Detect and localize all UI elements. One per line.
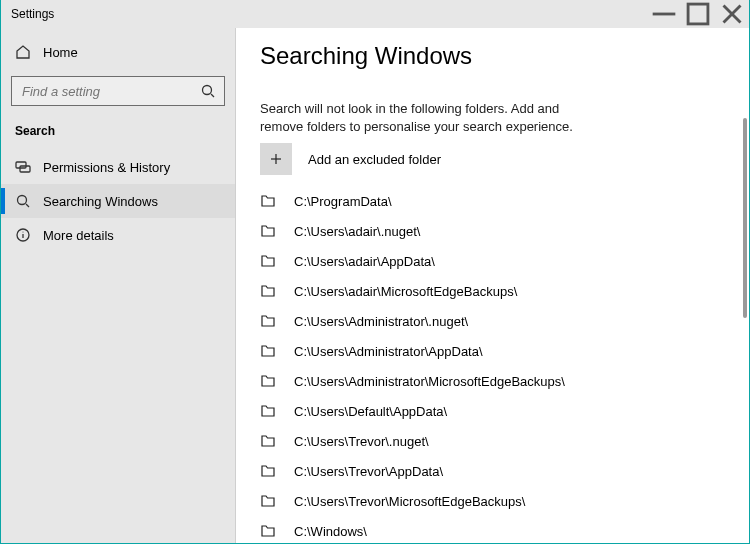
folder-icon [260,223,276,239]
folder-path: C:\Users\Trevor\MicrosoftEdgeBackups\ [294,494,525,509]
excluded-folder-item[interactable]: C:\Users\Trevor\MicrosoftEdgeBackups\ [260,493,725,509]
maximize-button[interactable] [681,0,715,28]
folder-icon [260,523,276,539]
search-input[interactable] [20,83,200,100]
svg-point-8 [18,196,27,205]
sidebar-item-label: Permissions & History [43,160,170,175]
excluded-folder-item[interactable]: C:\Users\Administrator\AppData\ [260,343,725,359]
excluded-folder-item[interactable]: C:\Users\Administrator\.nuget\ [260,313,725,329]
folder-icon [260,343,276,359]
folder-icon [260,493,276,509]
excluded-folder-item[interactable]: C:\Users\Default\AppData\ [260,403,725,419]
excluded-folder-item[interactable]: C:\Users\Trevor\AppData\ [260,463,725,479]
excluded-folder-item[interactable]: C:\ProgramData\ [260,193,725,209]
subheader-cut: Excluded Folders [260,74,725,86]
search-icon [200,83,216,99]
permissions-icon [15,159,31,175]
sidebar: Home Search Permissions & History [1,28,236,543]
folder-icon [260,463,276,479]
folder-path: C:\Users\Default\AppData\ [294,404,447,419]
excluded-folder-item[interactable]: C:\Users\adair\AppData\ [260,253,725,269]
folder-icon [260,433,276,449]
folder-icon [260,403,276,419]
svg-point-12 [23,232,24,233]
content: Searching Windows Excluded Folders Searc… [236,28,749,543]
sidebar-item-more-details[interactable]: More details [1,218,235,252]
sidebar-item-label: Searching Windows [43,194,158,209]
folder-path: C:\Users\adair\AppData\ [294,254,435,269]
titlebar: Settings [1,0,749,28]
excluded-folder-item[interactable]: C:\Users\adair\.nuget\ [260,223,725,239]
content-inner: Searching Windows Excluded Folders Searc… [236,28,749,543]
close-button[interactable] [715,0,749,28]
folder-path: C:\Users\Administrator\AppData\ [294,344,483,359]
folder-icon [260,283,276,299]
svg-rect-7 [20,166,30,172]
folder-path: C:\Windows\ [294,524,367,539]
svg-rect-1 [688,4,708,24]
info-icon [15,227,31,243]
folder-path: C:\Users\Administrator\.nuget\ [294,314,468,329]
home-button[interactable]: Home [1,36,235,68]
excluded-folder-list: C:\ProgramData\C:\Users\adair\.nuget\C:\… [260,193,725,539]
svg-line-5 [211,94,214,97]
folder-path: C:\ProgramData\ [294,194,392,209]
folder-icon [260,253,276,269]
folder-icon [260,373,276,389]
home-icon [15,44,31,60]
excluded-folder-item[interactable]: C:\Users\Trevor\.nuget\ [260,433,725,449]
excluded-folder-item[interactable]: C:\Windows\ [260,523,725,539]
page-title: Searching Windows [260,42,725,70]
svg-rect-6 [16,162,26,168]
svg-line-9 [26,204,29,207]
folder-path: C:\Users\adair\.nuget\ [294,224,420,239]
sidebar-item-permissions[interactable]: Permissions & History [1,150,235,184]
folder-icon [260,313,276,329]
plus-icon [260,143,292,175]
home-label: Home [43,45,78,60]
window-controls [647,0,749,28]
minimize-button[interactable] [647,0,681,28]
search-wrap [1,76,235,116]
search-nav-icon [15,193,31,209]
folder-path: C:\Users\Trevor\AppData\ [294,464,443,479]
add-label: Add an excluded folder [308,152,441,167]
scrollbar-thumb[interactable] [743,118,747,318]
excluded-folder-item[interactable]: C:\Users\adair\MicrosoftEdgeBackups\ [260,283,725,299]
folder-path: C:\Users\Trevor\.nuget\ [294,434,429,449]
svg-point-4 [203,86,212,95]
scrollbar[interactable] [741,82,747,537]
folder-path: C:\Users\Administrator\MicrosoftEdgeBack… [294,374,565,389]
settings-window: Settings Home [0,0,750,544]
description: Search will not look in the following fo… [260,100,600,135]
search-box[interactable] [11,76,225,106]
sidebar-item-label: More details [43,228,114,243]
app-title: Settings [1,7,54,21]
folder-path: C:\Users\adair\MicrosoftEdgeBackups\ [294,284,517,299]
add-excluded-folder[interactable]: Add an excluded folder [260,143,725,175]
sidebar-item-searching-windows[interactable]: Searching Windows [1,184,235,218]
section-label: Search [1,116,235,150]
excluded-folder-item[interactable]: C:\Users\Administrator\MicrosoftEdgeBack… [260,373,725,389]
folder-icon [260,193,276,209]
body: Home Search Permissions & History [1,28,749,543]
